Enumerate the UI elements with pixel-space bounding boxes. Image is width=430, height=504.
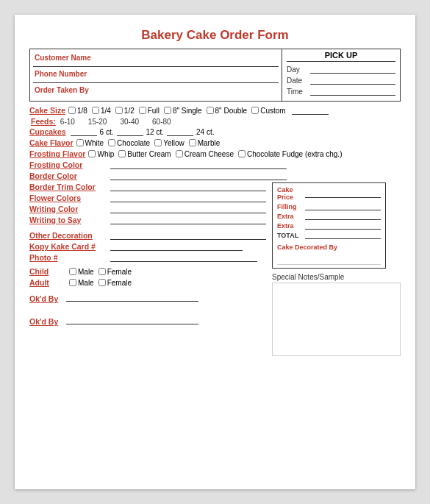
flower-colors-label: Flower Colors [29,194,110,202]
cake-flavor-label: Cake Flavor [29,138,74,147]
cake-size-1-8-checkbox[interactable] [68,107,76,114]
left-fields: Border Trim Color Flower Colors Writing … [29,182,266,356]
cake-size-1-8: 1/8 [68,107,87,115]
pickup-time-line[interactable] [310,87,395,96]
price-extra1-line[interactable] [305,212,381,220]
cupcakes-label: Cupcakes [29,127,66,136]
feeds-label: Feeds: [31,117,56,126]
other-decoration-label: Other Decoration [29,231,110,240]
price-total-row: TOTAL [277,231,381,239]
cake-size-custom-line[interactable] [292,107,329,115]
writing-color-row: Writing Color [29,205,266,213]
flavor-white-label: White [85,139,104,147]
cupcakes-row: Cupcakes 6 ct. 12 ct. 24 ct. [29,127,401,136]
frosting-choc-fudge-checkbox[interactable] [238,150,246,157]
pickup-day-line[interactable] [310,65,395,74]
price-total-label: TOTAL [277,232,305,239]
adult-female-checkbox[interactable] [98,279,106,286]
cupcakes-blank3[interactable] [167,128,193,136]
border-trim-color-line[interactable] [110,183,266,191]
frosting-color-label: Frosting Color [29,160,110,169]
special-notes-area[interactable] [272,283,401,356]
cake-size-1-2: 1/2 [115,107,135,115]
border-color-row: Border Color [29,171,401,180]
frosting-cream-cheese-checkbox[interactable] [176,150,183,157]
flavor-marble: Marble [189,139,221,147]
price-total-line[interactable] [305,231,381,239]
cake-size-8-double-label: 8" Double [215,107,248,115]
other-decoration-line[interactable] [110,232,266,240]
top-section: Customer Name Phone Number Order Taken B… [29,49,401,102]
flavor-white-checkbox[interactable] [76,139,84,146]
adult-female: Female [98,279,132,287]
feeds-numbers: 6-10 15-20 30-40 60-80 [60,118,171,126]
price-filling-row: Filling [277,202,381,210]
frosting-cream-cheese: Cream Cheese [176,150,234,158]
child-male-checkbox[interactable] [69,268,76,275]
price-filling-label: Filling [277,203,305,210]
flavor-marble-checkbox[interactable] [189,139,196,146]
writing-to-say-label: Writing to Say [29,216,110,224]
okd-line-1[interactable] [66,294,198,302]
border-color-line[interactable] [110,172,287,180]
frosting-butter-checkbox[interactable] [118,150,126,157]
adult-female-label: Female [107,279,132,287]
cake-size-8-single-label: 8" Single [173,107,202,115]
border-trim-color-row: Border Trim Color [29,182,266,191]
cake-size-8-single-checkbox[interactable] [164,107,171,114]
photo-line[interactable] [110,254,257,262]
cupcakes-6ct: 6 ct. [100,128,114,136]
cake-size-1-4-label: 1/4 [101,107,111,115]
writing-color-line[interactable] [110,205,266,213]
pickup-date-line[interactable] [310,76,395,85]
border-color-label: Border Color [29,171,110,180]
child-female-checkbox[interactable] [98,268,106,275]
frosting-butter-label: Butter Cream [127,150,171,158]
flavor-yellow-checkbox[interactable] [154,139,162,146]
cake-size-custom-checkbox[interactable] [251,107,259,114]
customer-name-field: Customer Name [33,51,279,67]
price-cake-line[interactable] [305,190,381,198]
feeds-row: Feeds: 6-10 15-20 30-40 60-80 [31,117,401,126]
pickup-day-row: Day [287,65,395,74]
decorated-by-line[interactable] [277,264,381,265]
flavor-chocolate-checkbox[interactable] [108,139,115,146]
frosting-choc-fudge: Chocolate Fudge (extra chg.) [238,150,343,158]
writing-color-label: Writing Color [29,205,110,213]
adult-male-checkbox[interactable] [69,279,76,286]
customer-name-label: Customer Name [35,54,91,62]
bottom-section: Border Trim Color Flower Colors Writing … [29,182,401,356]
flower-colors-line[interactable] [110,194,266,202]
cake-flavor-row: Cake Flavor White Chocolate Yellow Marbl… [29,138,401,147]
cake-size-1-2-checkbox[interactable] [115,107,123,114]
frosting-cream-cheese-label: Cream Cheese [184,150,234,158]
cake-size-1-4-checkbox[interactable] [92,107,99,114]
other-decoration-row: Other Decoration [29,231,266,240]
child-male: Male [69,268,94,276]
cupcakes-blank[interactable] [71,128,97,136]
kopy-kake-label: Kopy Kake Card # [29,242,110,251]
adult-male-label: Male [78,279,94,287]
price-extra2-line[interactable] [305,221,381,230]
cake-size-full: Full [139,107,160,115]
cake-size-full-checkbox[interactable] [139,107,146,114]
price-filling-line[interactable] [305,202,381,210]
frosting-color-line[interactable] [110,161,287,169]
cake-size-8-double-checkbox[interactable] [207,107,214,114]
frosting-whip: Whip [88,150,114,158]
adult-label: Adult [29,278,66,287]
frosting-whip-checkbox[interactable] [88,150,96,157]
price-cake-label: Cake Price [277,186,305,201]
pickup-title: PICK UP [287,51,395,62]
okd-line-2[interactable] [66,316,198,324]
writing-to-say-line[interactable] [110,216,266,224]
kopy-kake-line[interactable] [110,243,243,251]
flavor-yellow: Yellow [154,139,184,147]
photo-row: Photo # [29,253,266,262]
cupcakes-blank2[interactable] [117,128,143,136]
cupcakes-12ct: 12 ct. [146,128,164,136]
pickup-day-label: Day [287,65,310,74]
frosting-butter: Butter Cream [118,150,171,158]
flavor-chocolate-label: Chocolate [117,139,150,147]
frosting-choc-fudge-label: Chocolate Fudge (extra chg.) [247,150,343,158]
